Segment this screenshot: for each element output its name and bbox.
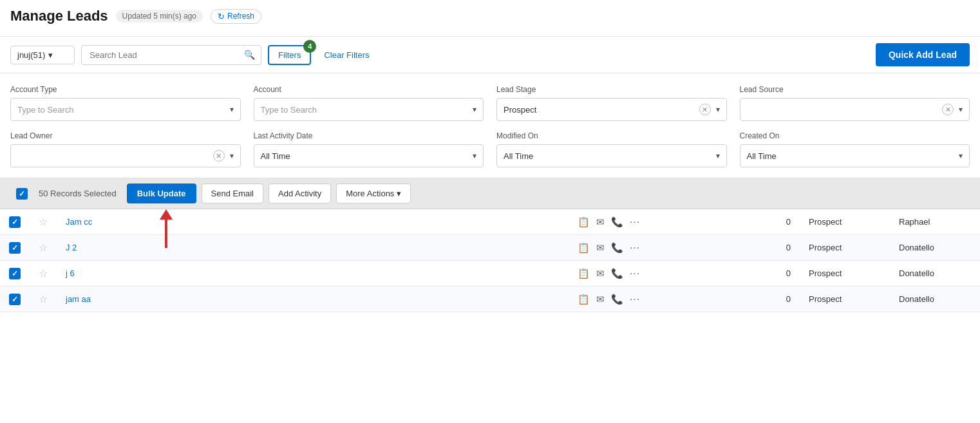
table-row: ☆ jam aa 📋 ✉ 📞 ··· 0 Prospect Donatello [0,287,980,312]
more-options-icon[interactable]: ··· [630,216,640,228]
toolbar: jnuj(51) ▾ 🔍 Filters 4 Clear Filters Qui… [0,37,980,73]
filters-button[interactable]: Filters 4 [268,45,311,65]
bulk-action-bar: 50 Records Selected Bulk Update Send Ema… [0,178,980,209]
lead-stage-select[interactable]: Prospect ✕ ▾ [496,98,727,121]
chevron-down-icon: ▾ [48,50,53,60]
lead-name[interactable]: Jam cc [66,217,92,227]
account-placeholder: Type to Search [261,105,471,115]
lead-source-clear-icon[interactable]: ✕ [942,104,954,115]
owner-cell: Donatello [890,235,980,261]
last-activity-select[interactable]: All Time ▾ [254,144,484,167]
add-task-icon[interactable]: 📋 [578,242,590,254]
lead-owner-filter: Lead Owner ✕ ▾ [10,131,241,167]
chevron-down-icon: ▾ [473,105,476,114]
star-icon[interactable]: ☆ [39,242,48,253]
search-icon: 🔍 [244,50,255,60]
account-filter: Account Type to Search ▾ [254,85,484,121]
star-cell[interactable]: ☆ [30,235,57,261]
lead-source-label: Lead Source [740,85,970,94]
lead-count: 0 [786,268,791,278]
lead-stage: Prospect [809,243,842,252]
account-type-select[interactable]: Type to Search ▾ [10,98,241,121]
add-task-icon[interactable]: 📋 [578,268,590,279]
account-select[interactable]: Type to Search ▾ [254,98,484,121]
owner-cell: Donatello [890,261,980,287]
modified-on-select[interactable]: All Time ▾ [496,144,727,167]
refresh-button[interactable]: ↻ Refresh [211,9,261,24]
search-lead-input[interactable] [81,45,261,65]
chevron-down-icon: ▾ [716,151,720,160]
lead-stage-clear-icon[interactable]: ✕ [699,104,711,115]
send-email-icon[interactable]: ✉ [596,242,605,254]
owner-cell: Raphael [890,209,980,235]
created-on-label: Created On [740,131,970,140]
lead-count: 0 [786,294,791,304]
bulk-update-button[interactable]: Bulk Update [127,183,196,203]
row-checkbox[interactable] [9,242,21,254]
more-actions-button[interactable]: More Actions ▾ [336,183,411,203]
send-email-button[interactable]: Send Email [202,183,263,203]
star-cell[interactable]: ☆ [30,209,57,235]
clear-filters-button[interactable]: Clear Filters [317,46,375,64]
lead-count: 0 [786,217,791,227]
refresh-label: Refresh [227,12,254,21]
lead-stage: Prospect [809,268,842,278]
row-checkbox[interactable] [9,294,21,305]
lead-stage: Prospect [809,217,842,227]
last-activity-label: Last Activity Date [254,131,484,140]
created-on-select[interactable]: All Time ▾ [740,144,970,167]
lead-name[interactable]: jam aa [66,294,91,304]
lead-name-cell[interactable]: j 6 [57,261,569,287]
row-checkbox-cell[interactable] [0,261,30,287]
lead-owner-clear-icon[interactable]: ✕ [213,150,225,162]
star-icon[interactable]: ☆ [39,268,48,279]
chevron-down-icon: ▾ [397,189,401,198]
search-lead-wrap: 🔍 [81,45,261,65]
count-cell: 0 [748,209,800,235]
select-all-checkbox[interactable] [10,188,33,200]
empty-cell [659,209,748,235]
lead-name-cell[interactable]: Jam cc [57,209,569,235]
send-email-icon[interactable]: ✉ [596,216,605,228]
lead-name[interactable]: J 2 [66,243,77,252]
row-checkbox-cell[interactable] [0,287,30,312]
send-email-icon[interactable]: ✉ [596,268,605,279]
star-icon[interactable]: ☆ [39,294,48,305]
user-dropdown[interactable]: jnuj(51) ▾ [10,46,75,64]
row-checkbox-cell[interactable] [0,235,30,261]
account-type-label: Account Type [10,85,241,94]
add-activity-button[interactable]: Add Activity [269,183,331,203]
row-checkbox[interactable] [9,268,21,279]
lead-name-cell[interactable]: J 2 [57,235,569,261]
lead-owner-select[interactable]: ✕ ▾ [10,144,241,167]
call-icon[interactable]: 📞 [611,216,623,228]
more-options-icon[interactable]: ··· [630,268,640,279]
star-cell[interactable]: ☆ [30,287,57,312]
more-options-icon[interactable]: ··· [630,242,640,254]
call-icon[interactable]: 📞 [611,242,623,254]
row-actions-cell: 📋 ✉ 📞 ··· [569,261,659,287]
call-icon[interactable]: 📞 [611,268,623,279]
add-task-icon[interactable]: 📋 [578,294,590,305]
lead-owner: Raphael [899,217,930,227]
call-icon[interactable]: 📞 [611,294,623,305]
count-cell: 0 [748,261,800,287]
row-checkbox-cell[interactable] [0,209,30,235]
add-task-icon[interactable]: 📋 [578,216,590,228]
more-options-icon[interactable]: ··· [630,294,640,305]
row-actions-cell: 📋 ✉ 📞 ··· [569,235,659,261]
lead-stage: Prospect [809,294,842,304]
lead-name-cell[interactable]: jam aa [57,287,569,312]
star-cell[interactable]: ☆ [30,261,57,287]
send-email-icon[interactable]: ✉ [596,294,605,305]
lead-source-select[interactable]: ✕ ▾ [740,98,970,121]
lead-name[interactable]: j 6 [66,268,75,278]
lead-owner: Donatello [899,268,934,278]
table-row: ☆ J 2 📋 ✉ 📞 ··· 0 Prospect Donatello [0,235,980,261]
owner-cell: Donatello [890,287,980,312]
star-icon[interactable]: ☆ [39,216,48,227]
filters-label: Filters [278,50,301,60]
quick-add-lead-button[interactable]: Quick Add Lead [876,43,970,66]
row-checkbox[interactable] [9,216,21,228]
stage-cell: Prospect [800,261,890,287]
